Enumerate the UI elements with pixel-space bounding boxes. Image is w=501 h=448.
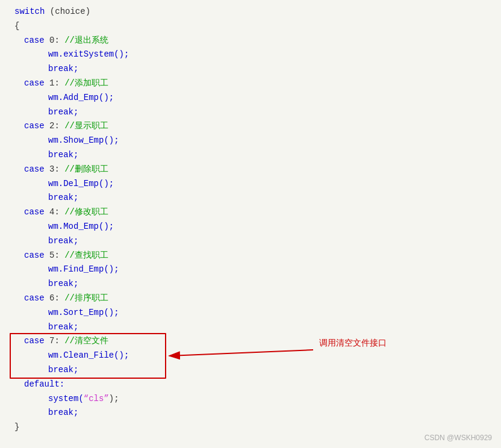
code-block: switch (choice) { case 0: //退出系统 wm.exit… bbox=[0, 0, 501, 440]
code-line-8: break; bbox=[12, 105, 501, 120]
code-line-11: break; bbox=[12, 148, 501, 163]
code-line-12: case 3: //删除职工 bbox=[12, 163, 501, 177]
annotation-text: 调用清空文件接口 bbox=[319, 338, 387, 349]
code-line-3: case 0: //退出系统 bbox=[12, 34, 501, 48]
code-line-21: case 6: //排序职工 bbox=[12, 291, 501, 306]
watermark: CSDN @WSKH0929 bbox=[425, 434, 492, 442]
code-line-7: wm.Add_Emp(); bbox=[12, 91, 501, 105]
code-line-4: wm.exitSystem(); bbox=[12, 48, 501, 62]
code-line-18: case 5: //查找职工 bbox=[12, 249, 501, 263]
code-line-1: switch (choice) bbox=[12, 5, 501, 19]
code-line-25: wm.Clean_File(); bbox=[12, 349, 501, 363]
code-line-20: break; bbox=[12, 277, 501, 291]
code-line-28: system(“cls”); bbox=[12, 392, 501, 406]
code-line-16: wm.Mod_Emp(); bbox=[12, 220, 501, 234]
code-line-24: case 7: //清空文件 bbox=[12, 334, 501, 349]
code-line-19: wm.Find_Emp(); bbox=[12, 263, 501, 277]
code-line-27: default: bbox=[12, 378, 501, 392]
code-line-22: wm.Sort_Emp(); bbox=[12, 306, 501, 320]
code-line-14: break; bbox=[12, 191, 501, 205]
code-line-23: break; bbox=[12, 320, 501, 335]
code-line-17: break; bbox=[12, 234, 501, 249]
code-line-2: { bbox=[12, 19, 501, 34]
code-line-30: } bbox=[12, 420, 501, 435]
code-line-26: break; bbox=[12, 363, 501, 378]
code-line-9: case 2: //显示职工 bbox=[12, 119, 501, 134]
code-line-15: case 4: //修改职工 bbox=[12, 205, 501, 220]
code-line-6: case 1: //添加职工 bbox=[12, 76, 501, 91]
code-line-10: wm.Show_Emp(); bbox=[12, 134, 501, 148]
code-line-29: break; bbox=[12, 406, 501, 420]
code-line-13: wm.Del_Emp(); bbox=[12, 177, 501, 191]
code-line-5: break; bbox=[12, 62, 501, 76]
